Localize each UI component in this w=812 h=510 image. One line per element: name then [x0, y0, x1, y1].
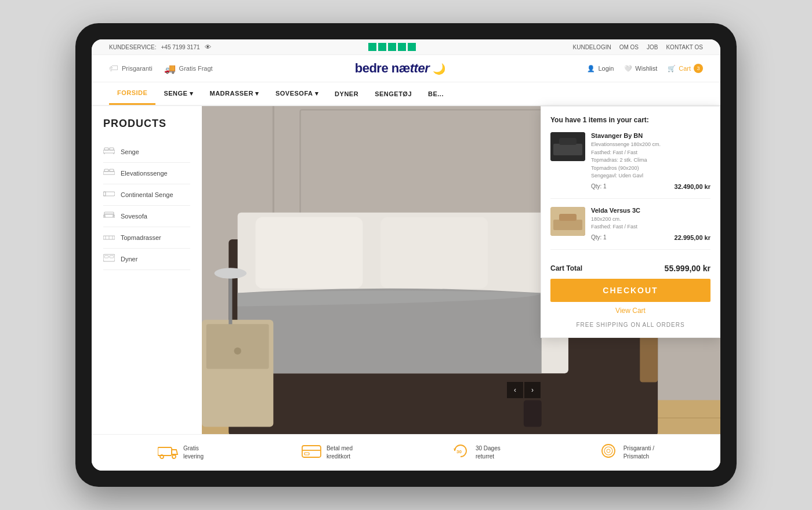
return-icon: 30 — [450, 443, 471, 462]
trustpilot-stars — [368, 43, 416, 51]
cart-label: Cart — [679, 65, 691, 72]
checkout-button[interactable]: CHECKOUT — [550, 279, 710, 302]
price-match-icon — [598, 443, 619, 462]
svg-rect-7 — [110, 169, 114, 172]
sidebar-dyner-label: Dyner — [121, 256, 137, 263]
svg-rect-6 — [104, 169, 108, 172]
sidebar-item-senge[interactable]: Senge — [103, 141, 190, 163]
cart-badge: 3 — [694, 64, 703, 73]
cart-total-price: 55.999,00 kr — [665, 264, 710, 273]
svg-rect-56 — [559, 138, 577, 145]
image-nav-arrows: ‹ › — [507, 382, 541, 398]
sidebar-item-elevationssenge[interactable]: Elevationssenge — [103, 163, 190, 184]
footer-returns-text: 30 Dagesreturret — [476, 445, 501, 461]
star-3 — [388, 43, 396, 51]
tablet-frame: KUNDESERVICE: +45 7199 3171 👁 KUNDELOGIN… — [75, 23, 737, 487]
svg-point-70 — [607, 449, 610, 453]
footer-delivery-text: Gratislevering — [183, 445, 204, 461]
svg-rect-19 — [104, 256, 108, 258]
footer-feature-delivery: Gratislevering — [158, 443, 204, 462]
nav-kundelogin[interactable]: KUNDELOGIN — [573, 44, 611, 50]
bed-icon-3 — [103, 190, 115, 200]
heart-icon: 🤍 — [624, 65, 632, 72]
next-arrow[interactable]: › — [524, 382, 541, 398]
svg-rect-47 — [206, 324, 269, 369]
wishlist-button[interactable]: 🤍 Wishlist — [624, 65, 657, 72]
star-4 — [398, 43, 406, 51]
footer-feature-payment: Betal medkreditkort — [301, 443, 353, 462]
logo-text: bedre nætter — [355, 61, 429, 75]
svg-rect-43 — [380, 217, 488, 288]
prev-arrow[interactable]: ‹ — [507, 382, 523, 398]
feature-gratis-fragt-label: Gratis Fragt — [179, 65, 213, 72]
sidebar-continental-label: Continental Senge — [121, 191, 173, 198]
user-icon: 👤 — [587, 65, 595, 72]
nav-dyner[interactable]: DYNER — [327, 83, 367, 104]
customer-service-label: KUNDESERVICE: — [109, 44, 157, 50]
svg-rect-5 — [103, 172, 115, 174]
footer-price-match-text: Prisgaranti /Prismatch — [624, 445, 654, 461]
cart-header-text: You have 1 items in your cart: — [550, 116, 710, 124]
cart-item-2-qty-price: Qty: 1 22.995,00 kr — [591, 234, 710, 241]
sidebar-item-dyner[interactable]: Dyner — [103, 249, 190, 270]
svg-rect-1 — [104, 148, 108, 150]
cart-dropdown: You have 1 items in your cart: Stavanger… — [541, 106, 720, 338]
cart-item-1-name: Stavanger By BN — [591, 132, 710, 139]
nav-senge[interactable]: SENGE ▾ — [155, 83, 201, 104]
truck-icon: 🚚 — [164, 63, 176, 74]
nav-forside[interactable]: FORSIDE — [109, 82, 155, 105]
cart-item-1-info: Stavanger By BN Elevationssenge 180x200 … — [591, 132, 710, 190]
star-5 — [408, 43, 416, 51]
sidebar-item-topmadrasser[interactable]: Topmadrasser — [103, 227, 190, 249]
svg-point-62 — [172, 455, 176, 458]
sidebar-item-continental[interactable]: Continental Senge — [103, 184, 190, 206]
star-1 — [368, 43, 376, 51]
cart-total-row: Cart Total 55.999,00 kr — [550, 258, 710, 279]
view-cart-button[interactable]: View Cart — [550, 307, 710, 315]
wishlist-label: Wishlist — [635, 65, 657, 72]
login-label: Login — [598, 65, 614, 72]
top-bar-left: KUNDESERVICE: +45 7199 3171 👁 — [109, 43, 211, 50]
sidebar-senge-label: Senge — [121, 148, 139, 155]
feature-gratis-fragt: 🚚 Gratis Fragt — [164, 63, 213, 74]
svg-rect-65 — [304, 453, 309, 455]
nav-kontakt-os[interactable]: KONTAKT OS — [666, 44, 703, 50]
cart-item-2-name: Velda Versus 3C — [591, 207, 710, 214]
site-logo[interactable]: bedre nætter 🌙 — [355, 61, 445, 76]
cart-total-label: Cart Total — [550, 264, 582, 272]
cart-item-1-qty: Qty: 1 — [591, 183, 607, 190]
cart-item-2-desc: 180x200 cm. Fasthed: Fast / Fast — [591, 216, 710, 231]
svg-rect-0 — [103, 150, 115, 153]
tag-icon: 🏷 — [109, 63, 118, 74]
svg-rect-55 — [553, 144, 582, 155]
svg-marker-66 — [454, 449, 456, 451]
cart-button[interactable]: 🛒 Cart 3 — [668, 64, 703, 73]
header-actions: 👤 Login 🤍 Wishlist 🛒 Cart 3 — [587, 64, 703, 73]
nav-more[interactable]: BE... — [420, 83, 452, 104]
nav-sengetoj[interactable]: SENGETØJ — [367, 83, 420, 104]
svg-rect-49 — [229, 275, 232, 325]
cart-item-2-image — [550, 207, 585, 236]
cart-item-1-desc: Elevationssenge 180x200 cm. Fasthed: Fas… — [591, 141, 710, 180]
footer-feature-price: Prisgaranti /Prismatch — [598, 443, 654, 462]
cart-item-1-price: 32.490,00 kr — [675, 183, 710, 190]
feature-prisgaranti: 🏷 Prisgaranti — [109, 63, 153, 74]
mattress-icon — [103, 232, 115, 243]
sofa-icon — [103, 211, 115, 221]
svg-rect-58 — [553, 220, 582, 230]
nav-om-os[interactable]: OM OS — [619, 44, 639, 50]
duvet-icon — [103, 254, 115, 264]
cart-item-1-image — [550, 132, 585, 161]
cart-item-1-qty-price: Qty: 1 32.490,00 kr — [591, 183, 710, 190]
nav-job[interactable]: JOB — [647, 44, 658, 50]
top-bar: KUNDESERVICE: +45 7199 3171 👁 KUNDELOGIN… — [92, 39, 720, 55]
nav-sovesofa[interactable]: SOVESOFA ▾ — [267, 83, 327, 104]
svg-rect-60 — [158, 447, 172, 456]
bed-icon-1 — [103, 147, 115, 157]
nav-madrasser[interactable]: MADRASSER ▾ — [201, 83, 267, 104]
sidebar-item-sovesofa[interactable]: Sovesofa — [103, 206, 190, 227]
svg-rect-2 — [110, 148, 114, 150]
eye-icon: 👁 — [205, 43, 211, 50]
main-content: PRODUCTS Senge — [92, 106, 720, 462]
login-button[interactable]: 👤 Login — [587, 65, 614, 72]
